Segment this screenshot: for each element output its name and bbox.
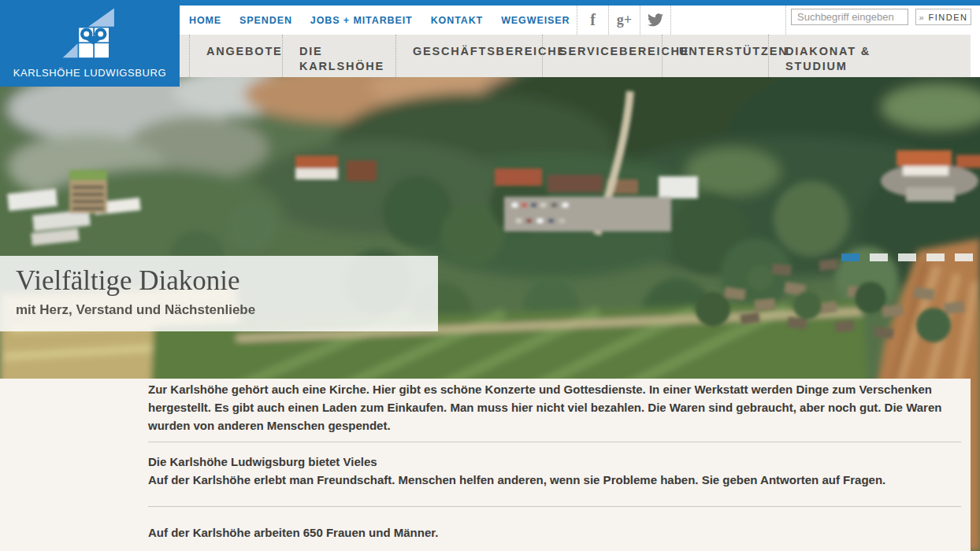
accent-strip xyxy=(180,0,980,6)
topnav-kontakt[interactable]: KONTAKT xyxy=(431,15,483,26)
topnav-spenden[interactable]: SPENDEN xyxy=(239,15,292,26)
hero-title: Vielfältige Diakonie xyxy=(16,265,438,297)
hero-caption-panel: Vielfältige Diakonie mit Herz, Verstand … xyxy=(0,256,438,331)
nav-geschaeftsbereiche[interactable]: GESCHÄFTSBEREICHE xyxy=(395,35,542,77)
content-heading-2: Die Karlshöhe Ludwigsburg bietet Vieles … xyxy=(148,453,956,489)
nav-unterstuetzen[interactable]: UNTERSTÜTZEN xyxy=(662,35,768,77)
carousel-indicator-2[interactable] xyxy=(870,253,888,261)
divider xyxy=(148,442,961,442)
social-links: f g+ xyxy=(577,6,671,35)
find-button[interactable]: »FINDEN xyxy=(915,9,971,25)
carousel-indicator-5[interactable] xyxy=(955,253,973,261)
content-paragraph-1: Zur Karlshöhe gehört auch eine Kirche. H… xyxy=(148,380,956,435)
twitter-bird-glyph xyxy=(648,13,663,27)
hero-subtitle: mit Herz, Verstand und Nächstenliebe xyxy=(16,302,438,318)
topnav-home[interactable]: HOME xyxy=(189,15,221,26)
brand-title: KARLSHÖHE LUDWIGSBURG xyxy=(0,67,180,79)
googleplus-icon[interactable]: g+ xyxy=(608,6,640,35)
topnav-wegweiser[interactable]: WEGWEISER xyxy=(501,15,570,26)
nav-diakonat-studium[interactable]: DIAKONAT & STUDIUM xyxy=(768,35,878,77)
main-nav: ANGEBOTE DIE KARLSHÖHE GESCHÄFTSBEREICHE… xyxy=(180,35,971,77)
page: Vielfältige Diakonie mit Herz, Verstand … xyxy=(0,0,980,551)
nav-angebote[interactable]: ANGEBOTE xyxy=(189,35,282,77)
chevron-right-icon: » xyxy=(919,13,923,22)
karlshoehe-emblem-icon xyxy=(43,6,137,63)
carousel-indicator-3[interactable] xyxy=(898,253,916,261)
nav-servicebereiche[interactable]: SERVICEBEREICHE xyxy=(542,35,662,77)
search-input[interactable] xyxy=(791,9,908,25)
top-header-bar: HOME SPENDEN JOBS + MITARBEIT KONTAKT WE… xyxy=(180,0,980,35)
site-search: »FINDEN xyxy=(791,9,971,25)
carousel-indicators xyxy=(841,253,973,261)
topnav-jobs-mitarbeit[interactable]: JOBS + MITARBEIT xyxy=(310,15,413,26)
carousel-indicator-1[interactable] xyxy=(841,253,859,261)
facebook-icon[interactable]: f xyxy=(577,6,608,35)
nav-die-karlshoehe[interactable]: DIE KARLSHÖHE xyxy=(282,35,395,77)
content-paragraph-3: Auf der Karlshöhe arbeiten 650 Frauen un… xyxy=(148,523,956,542)
twitter-icon[interactable] xyxy=(640,6,671,35)
content-paragraph-2: Auf der Karlshöhe erlebt man Freundschaf… xyxy=(148,473,885,486)
divider xyxy=(148,506,961,507)
utility-nav: HOME SPENDEN JOBS + MITARBEIT KONTAKT WE… xyxy=(189,6,588,35)
carousel-indicator-4[interactable] xyxy=(926,253,945,261)
logo[interactable]: KARLSHÖHE LUDWIGSBURG xyxy=(0,0,180,87)
main-content: Zur Karlshöhe gehört auch eine Kirche. H… xyxy=(0,379,971,551)
heading-line: Die Karlshöhe Ludwigsburg bietet Vieles xyxy=(148,455,377,468)
divider xyxy=(785,6,786,35)
